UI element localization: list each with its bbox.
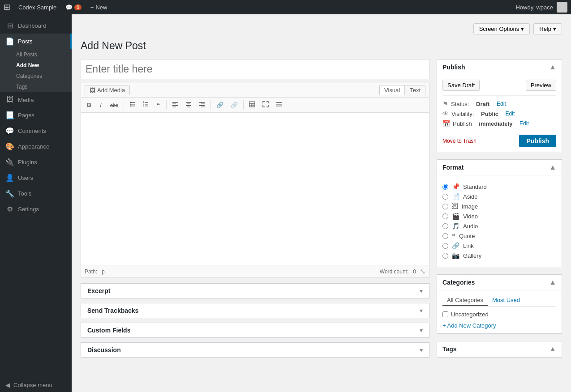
comments-nav-icon: 💬 (5, 127, 14, 135)
sidebar-item-settings[interactable]: ⚙ Settings (0, 201, 72, 217)
avatar (557, 2, 567, 13)
categories-box: Categories ▲ All Categories Most Used Un… (437, 274, 562, 334)
format-box-body: 📌 Standard 📄 Aside 🖼 Im (437, 175, 562, 267)
svg-rect-16 (186, 102, 191, 103)
editor-resize-handle[interactable]: ⤡ (420, 267, 425, 276)
bold-button[interactable]: B (84, 99, 94, 111)
sidebar-item-comments[interactable]: 💬 Comments (0, 123, 72, 139)
svg-rect-23 (201, 107, 205, 107)
add-new-category-link[interactable]: + Add New Category (442, 322, 496, 329)
publish-button[interactable]: Publish (519, 135, 556, 147)
blockquote-button[interactable]: ❝ (153, 99, 164, 111)
align-center-button[interactable] (182, 99, 195, 111)
format-radio-gallery[interactable] (442, 253, 448, 259)
unordered-list-button[interactable] (126, 99, 139, 111)
custom-fields-toggle-icon: ▾ (420, 327, 423, 334)
trackbacks-header[interactable]: Send Trackbacks ▾ (81, 303, 429, 318)
visual-tab[interactable]: Visual (379, 85, 405, 95)
dashboard-icon: ⊞ (5, 21, 14, 30)
editor-body[interactable] (81, 113, 429, 265)
save-draft-button[interactable]: Save Draft (442, 80, 480, 91)
page-title: Add New Post (81, 40, 562, 52)
sidebar-item-dashboard[interactable]: ⊞ Dashboard (0, 18, 72, 34)
post-title-input[interactable] (81, 59, 429, 79)
format-radio-image[interactable] (442, 204, 448, 209)
adminbar-comments[interactable]: 💬 0 (61, 4, 86, 11)
sidebar-item-users[interactable]: 👤 Users (0, 170, 72, 186)
wp-logo-icon[interactable]: ⊞ (4, 2, 10, 12)
ordered-list-button[interactable]: 123 (140, 99, 152, 111)
collapse-menu-button[interactable]: ◀ Collapse menu (0, 378, 72, 392)
strikethrough-button[interactable]: abc (107, 99, 121, 111)
visibility-edit-link[interactable]: Edit (506, 111, 515, 117)
format-radio-audio[interactable] (442, 223, 448, 229)
svg-rect-17 (187, 104, 190, 105)
svg-point-4 (130, 104, 131, 105)
link-format-icon: 🔗 (452, 242, 459, 249)
screen-options-button[interactable]: Screen Options ▾ (473, 23, 530, 34)
align-right-button[interactable] (196, 99, 208, 111)
appearance-icon: 🎨 (5, 142, 14, 151)
sidebar-item-posts[interactable]: 📄 Posts (0, 34, 72, 49)
excerpt-header[interactable]: Excerpt ▾ (81, 284, 429, 298)
editor-container: 🖼 Add Media Visual Text B I abc (81, 83, 429, 278)
custom-fields-header[interactable]: Custom Fields ▾ (81, 323, 429, 337)
all-categories-tab[interactable]: All Categories (442, 295, 488, 306)
format-radio-standard[interactable] (442, 184, 448, 190)
align-left-button[interactable] (169, 99, 181, 111)
submenu-add-new[interactable]: Add New (0, 60, 72, 71)
editor-view-tabs: Visual Text (379, 85, 425, 95)
format-radio-aside[interactable] (442, 194, 448, 200)
tags-box-header[interactable]: Tags ▲ (437, 341, 562, 357)
sidebar-item-pages[interactable]: 📃 Pages (0, 107, 72, 123)
submenu-categories[interactable]: Categories (0, 71, 72, 81)
sidebar-item-tools[interactable]: 🔧 Tools (0, 186, 72, 201)
link-button[interactable]: 🔗 (213, 99, 227, 111)
tags-box: Tags ▲ (437, 341, 562, 358)
adminbar-new[interactable]: + New (86, 4, 112, 11)
text-tab[interactable]: Text (405, 85, 425, 95)
format-box-header[interactable]: Format ▲ (437, 160, 562, 175)
sidebar-item-media[interactable]: 🖼 Media (0, 92, 72, 107)
format-radio-quote[interactable] (442, 233, 448, 239)
svg-rect-21 (201, 104, 205, 105)
most-used-tab[interactable]: Most Used (488, 295, 524, 306)
categories-list: Uncategorized (442, 310, 556, 319)
plugins-icon: 🔌 (5, 158, 14, 166)
preview-button[interactable]: Preview (526, 80, 556, 91)
toolbar-sep-1 (124, 100, 124, 110)
publish-status: ⚑ Status: Draft Edit (442, 100, 556, 107)
admin-bar: ⊞ Codex Sample 💬 0 + New Howdy, wpace (0, 0, 571, 14)
italic-button[interactable]: I (95, 99, 106, 111)
fullscreen-button[interactable] (259, 99, 272, 111)
add-media-button[interactable]: 🖼 Add Media (85, 85, 130, 95)
chevron-down-icon-help: ▾ (553, 26, 556, 32)
sidebar-item-appearance[interactable]: 🎨 Appearance (0, 139, 72, 154)
format-box: Format ▲ 📌 Standard 📄 (437, 159, 562, 267)
publish-time-edit-link[interactable]: Edit (519, 120, 529, 127)
move-to-trash-link[interactable]: Move to Trash (442, 138, 477, 144)
plus-icon: + (90, 4, 94, 11)
unlink-button[interactable]: 🔗 (228, 99, 241, 111)
publish-box-header[interactable]: Publish ▲ (437, 60, 562, 75)
publish-box-body: Save Draft Preview ⚑ Status: Draft Edit … (437, 75, 562, 152)
help-button[interactable]: Help ▾ (533, 23, 562, 34)
categories-box-header[interactable]: Categories ▲ (437, 275, 562, 290)
editor-footer: Path: p Word count: 0 ⤡ (81, 265, 429, 277)
adminbar-site-name[interactable]: Codex Sample (14, 4, 61, 11)
status-edit-link[interactable]: Edit (497, 101, 506, 107)
submenu-tags[interactable]: Tags (0, 81, 72, 92)
submenu-all-posts[interactable]: All Posts (0, 49, 72, 60)
discussion-header[interactable]: Discussion ▾ (81, 343, 429, 357)
category-checkbox-uncategorized[interactable] (442, 311, 448, 317)
kitchensink-button[interactable] (273, 99, 285, 111)
visibility-icon: 👁 (442, 110, 449, 117)
svg-rect-31 (276, 106, 282, 107)
table-button[interactable] (246, 99, 258, 111)
format-radio-video[interactable] (442, 213, 448, 219)
video-format-icon: 🎬 (452, 213, 459, 220)
main-content: Screen Options ▾ Help ▾ Add New Post (72, 14, 571, 392)
format-radio-link[interactable] (442, 243, 448, 249)
sidebar-item-plugins[interactable]: 🔌 Plugins (0, 154, 72, 170)
aside-format-icon: 📄 (452, 193, 459, 200)
